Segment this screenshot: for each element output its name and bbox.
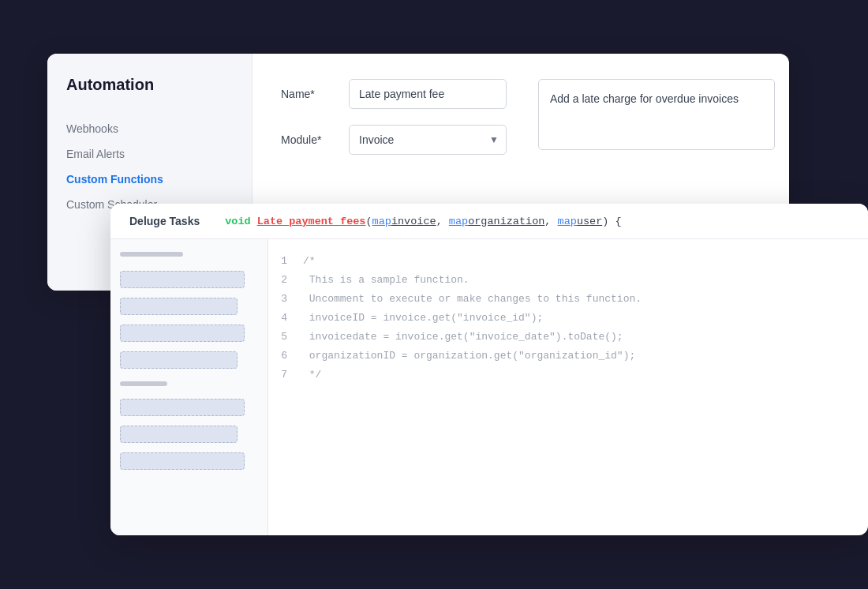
sig-void: void bbox=[225, 216, 250, 227]
code-line-3: Uncomment to execute or make changes to … bbox=[303, 290, 868, 309]
sig-paren-close: ) { bbox=[602, 216, 621, 227]
sig-function-name: Late_payment_fees bbox=[257, 216, 366, 227]
sig-param-1: invoice bbox=[391, 216, 436, 227]
sig-comma-1: , bbox=[436, 216, 449, 227]
name-input[interactable] bbox=[349, 79, 507, 109]
sig-space bbox=[251, 216, 257, 227]
code-line-1: /* bbox=[303, 252, 868, 271]
sig-map-3: map bbox=[558, 216, 577, 227]
code-body: 1 2 3 4 5 6 7 /* This is a sample functi… bbox=[110, 239, 868, 535]
code-line-7: */ bbox=[303, 366, 868, 385]
sig-map-2: map bbox=[449, 216, 468, 227]
skeleton-2 bbox=[120, 298, 238, 315]
sig-paren-open: ( bbox=[365, 216, 372, 227]
skeleton-3 bbox=[120, 325, 245, 342]
skeleton-7 bbox=[120, 452, 245, 470]
module-row: Module* Invoice ▼ bbox=[281, 125, 507, 155]
skeleton-sep bbox=[120, 381, 167, 386]
code-line-2: This is a sample function. bbox=[303, 271, 868, 290]
sig-param-2: organization bbox=[468, 216, 544, 227]
code-line-5: invoicedate = invoice.get("invoice_date"… bbox=[303, 328, 868, 347]
sidebar-item-email-alerts[interactable]: Email Alerts bbox=[66, 141, 233, 167]
skeleton-5 bbox=[120, 399, 245, 416]
sig-param-3: user bbox=[577, 216, 602, 227]
module-label: Module* bbox=[281, 133, 336, 146]
code-line-6: organizationID = organization.get("organ… bbox=[303, 347, 868, 366]
sidebar-item-custom-functions[interactable]: Custom Functions bbox=[66, 167, 233, 192]
code-signature: void Late_payment_fees ( map invoice , m… bbox=[225, 216, 621, 227]
sidebar-item-webhooks[interactable]: Webhooks bbox=[66, 116, 233, 141]
line-numbers: 1 2 3 4 5 6 7 bbox=[268, 252, 297, 523]
deluge-tasks-label: Deluge Tasks bbox=[129, 215, 200, 227]
sidebar-title: Automation bbox=[66, 76, 233, 94]
module-select-wrapper: Invoice ▼ bbox=[349, 125, 507, 155]
code-lines: /* This is a sample function. Uncomment … bbox=[297, 252, 868, 523]
description-box[interactable]: Add a late charge for overdue invoices bbox=[538, 79, 775, 150]
sig-comma-2: , bbox=[544, 216, 557, 227]
skeleton-1 bbox=[120, 271, 245, 288]
skeleton-4 bbox=[120, 351, 238, 369]
sidebar-skeleton-label bbox=[120, 252, 183, 257]
name-label: Name* bbox=[281, 88, 336, 100]
code-header: Deluge Tasks void Late_payment_fees ( ma… bbox=[110, 204, 868, 239]
code-main: 1 2 3 4 5 6 7 /* This is a sample functi… bbox=[268, 239, 868, 535]
scene: Automation Webhooks Email Alerts Custom … bbox=[47, 54, 821, 535]
skeleton-6 bbox=[120, 426, 238, 443]
name-row: Name* bbox=[281, 79, 507, 109]
sig-map-1: map bbox=[372, 216, 391, 227]
code-sidebar bbox=[110, 239, 268, 535]
module-select[interactable]: Invoice bbox=[349, 125, 507, 155]
form-fields: Name* Module* Invoice ▼ bbox=[281, 79, 507, 155]
code-line-4: invoiceID = invoice.get("invoice_id"); bbox=[303, 309, 868, 328]
code-card: Deluge Tasks void Late_payment_fees ( ma… bbox=[110, 204, 868, 535]
